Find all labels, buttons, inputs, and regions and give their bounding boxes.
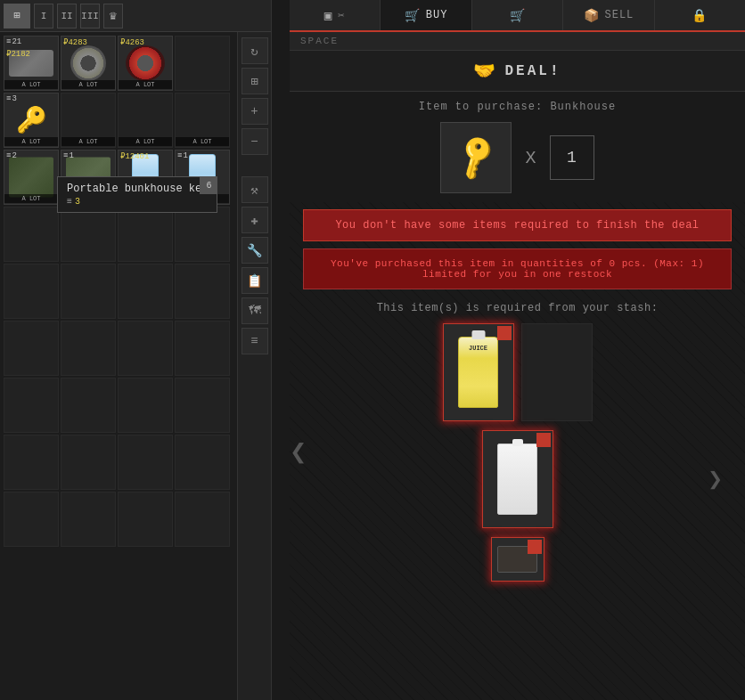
warning-message-text: You've purchased this item in quantities… bbox=[331, 258, 704, 280]
sidebar-tools-icon[interactable]: ⚒ bbox=[242, 176, 268, 203]
left-panel: ⊞ I II III ♛ ≡21 2182 A LOT 4283 A LOT 4… bbox=[0, 0, 272, 700]
item-cell-empty[interactable] bbox=[118, 378, 173, 433]
item-cell-empty[interactable] bbox=[4, 378, 59, 433]
sidebar-wrench-icon[interactable]: 🔧 bbox=[242, 237, 268, 264]
key-item-icon: 🔑 bbox=[449, 131, 503, 185]
inventory-grid: ≡21 2182 A LOT 4283 A LOT 4263 A LOT ≡3 … bbox=[0, 32, 236, 552]
item-cell-empty[interactable] bbox=[61, 321, 116, 376]
item-cell[interactable]: ≡21 2182 A LOT bbox=[4, 36, 59, 91]
quantity-input[interactable] bbox=[550, 135, 594, 180]
items-nav-left-arrow[interactable]: ❮ bbox=[290, 435, 307, 470]
item-cell-empty[interactable] bbox=[4, 492, 59, 547]
tab-grid-view[interactable]: ▣ ✂ bbox=[290, 0, 381, 30]
item-label: A LOT bbox=[4, 194, 58, 203]
tab-roman-3[interactable]: III bbox=[80, 4, 100, 28]
sidebar-filter-icon[interactable]: ⊞ bbox=[242, 68, 268, 94]
item-cell-empty[interactable] bbox=[4, 321, 59, 376]
nav-tabs: ▣ ✂ 🛒 BUY 🛒 📦 SELL 🔒 bbox=[290, 0, 745, 32]
tab-bar: ⊞ I II III ♛ bbox=[0, 0, 271, 32]
item-cell-empty[interactable]: A LOT bbox=[175, 93, 230, 148]
item-cell-empty[interactable] bbox=[175, 435, 230, 490]
purchase-row: 🔑 X bbox=[307, 122, 727, 193]
tab-roman-2[interactable]: II bbox=[57, 4, 77, 28]
item-cell-empty[interactable] bbox=[4, 207, 59, 262]
tab-cart[interactable]: 🛒 bbox=[472, 0, 563, 30]
price-tag: 4283 bbox=[63, 37, 87, 47]
inventory-row-empty bbox=[4, 321, 233, 376]
item-label: A LOT bbox=[176, 137, 229, 146]
items-nav-right-arrow[interactable]: ❯ bbox=[708, 464, 723, 494]
item-cell-empty[interactable] bbox=[118, 264, 173, 319]
right-panel: ▣ ✂ 🛒 BUY 🛒 📦 SELL 🔒 SPACE 🤝 bbox=[290, 0, 745, 700]
deal-title: DEAL! bbox=[504, 63, 561, 79]
required-item-row-2: ❯ bbox=[316, 430, 718, 528]
item-cell-empty[interactable] bbox=[61, 264, 116, 319]
sidebar-minus-icon[interactable]: − bbox=[242, 128, 268, 155]
item-cell-empty[interactable] bbox=[118, 435, 173, 490]
milk-item-image bbox=[497, 444, 537, 515]
tab-lock[interactable]: 🔒 bbox=[655, 0, 745, 30]
item-cell[interactable]: 4283 A LOT bbox=[61, 36, 116, 91]
item-label: A LOT bbox=[61, 137, 115, 146]
item-cell-empty[interactable] bbox=[118, 321, 173, 376]
price-tag: 12401 bbox=[120, 151, 149, 161]
tab-grid[interactable]: ⊞ bbox=[4, 4, 30, 28]
inventory-row-1: ≡21 2182 A LOT 4283 A LOT 4263 A LOT bbox=[4, 36, 233, 91]
item-cell-empty[interactable] bbox=[61, 378, 116, 433]
item-corner-marker bbox=[497, 326, 512, 340]
required-item-juice: JUICE bbox=[443, 323, 514, 421]
tab-crown[interactable]: ♛ bbox=[103, 4, 123, 28]
item-cell-empty[interactable] bbox=[61, 492, 116, 547]
price-tag: 2182 bbox=[6, 49, 30, 59]
item-cell-empty[interactable] bbox=[175, 36, 230, 91]
item-count: ≡1 bbox=[177, 151, 188, 160]
item-cell-empty[interactable] bbox=[4, 435, 59, 490]
right-panel-content: ▣ ✂ 🛒 BUY 🛒 📦 SELL 🔒 SPACE 🤝 bbox=[290, 0, 745, 582]
juice-label: JUICE bbox=[459, 345, 497, 352]
item-cell-empty[interactable]: A LOT bbox=[61, 93, 116, 148]
sidebar-medical-icon[interactable]: ✚ bbox=[242, 207, 268, 233]
item-cell-empty[interactable] bbox=[61, 207, 116, 262]
item-cell-empty[interactable] bbox=[175, 264, 230, 319]
sell-icon: 📦 bbox=[584, 8, 600, 23]
sidebar-plus-icon[interactable]: + bbox=[242, 98, 268, 125]
left-panel-sidebar: ↻ ⊞ + − ⚒ ✚ 🔧 📋 🗺 ≡ bbox=[237, 32, 271, 700]
item-tooltip: 6 Portable bunkhouse key ≡ 3 bbox=[57, 176, 217, 213]
item-corner-marker-3 bbox=[528, 540, 542, 554]
item-cell-empty[interactable] bbox=[175, 492, 230, 547]
nav-tab-label: ✂ bbox=[338, 9, 345, 22]
inventory-row-2: ≡3 🔑 A LOT 6 Portable bunkhouse key ≡ 3 … bbox=[4, 93, 233, 148]
sidebar-refresh-icon[interactable]: ↻ bbox=[242, 37, 268, 64]
item-count: ≡3 bbox=[6, 94, 17, 103]
purchase-item-box: 🔑 bbox=[440, 122, 512, 193]
item-count: ≡1 bbox=[63, 151, 74, 160]
sidebar-layers-icon[interactable]: ≡ bbox=[242, 328, 268, 354]
space-label: SPACE bbox=[300, 36, 339, 46]
error-message-text: You don't have some items required to fi… bbox=[335, 219, 699, 232]
item-label: A LOT bbox=[119, 80, 172, 89]
item-cell-empty[interactable] bbox=[175, 207, 230, 262]
tab-buy[interactable]: 🛒 BUY bbox=[381, 0, 471, 30]
item-cell-key[interactable]: ≡3 🔑 A LOT bbox=[4, 93, 59, 148]
tooltip-title: Portable bunkhouse key bbox=[67, 183, 208, 195]
sidebar-doc-icon[interactable]: 📋 bbox=[242, 267, 268, 294]
item-cell-empty[interactable] bbox=[118, 492, 173, 547]
item-cell-empty[interactable] bbox=[61, 435, 116, 490]
deal-handshake-icon: 🤝 bbox=[473, 60, 495, 82]
item-cell-empty[interactable] bbox=[118, 207, 173, 262]
purchase-label: Item to purchase: Bunkhouse bbox=[307, 101, 727, 113]
sidebar-map-icon[interactable]: 🗺 bbox=[242, 297, 268, 324]
item-cell[interactable]: 4263 A LOT bbox=[118, 36, 173, 91]
inventory-row-empty bbox=[4, 435, 233, 490]
item-cell-empty[interactable] bbox=[4, 264, 59, 319]
item-cell-empty[interactable] bbox=[175, 378, 230, 433]
nav-tab-buy-label: BUY bbox=[426, 9, 448, 21]
grid-view-icon: ▣ bbox=[324, 8, 332, 23]
tab-sell[interactable]: 📦 SELL bbox=[563, 0, 654, 30]
tab-roman-1[interactable]: I bbox=[34, 4, 53, 28]
item-cell-empty[interactable] bbox=[175, 321, 230, 376]
item-count: ≡2 bbox=[6, 151, 17, 160]
item-cell-empty[interactable]: A LOT bbox=[118, 93, 173, 148]
multiply-symbol: X bbox=[525, 148, 536, 168]
item-cell[interactable]: ≡2 A LOT bbox=[4, 150, 59, 205]
